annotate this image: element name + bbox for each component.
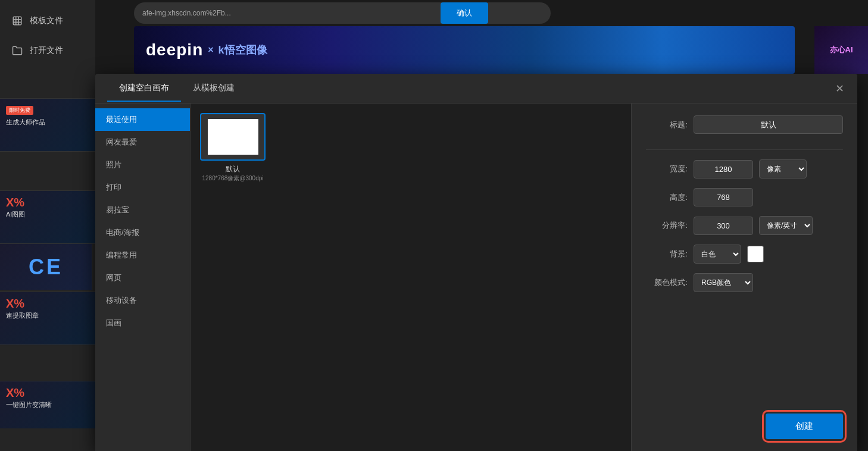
title-input[interactable] [694, 115, 843, 134]
ce-text: CE [29, 255, 63, 280]
ad2-text: AI图图 [6, 209, 89, 220]
sidebar-item-template[interactable]: 模板文件 [0, 6, 95, 36]
category-item-painting[interactable]: 国画 [95, 312, 190, 334]
prop-row-width: 宽度: 像素 毫米 厘米 英寸 [646, 159, 843, 178]
template-name-default: 默认 [226, 164, 240, 174]
category-item-webpage[interactable]: 网页 [95, 267, 190, 289]
template-grid: 默认 1280*768像素@300dpi [191, 104, 631, 451]
right-banner: 亦心AI [814, 26, 868, 74]
template-thumb-default[interactable] [200, 113, 266, 161]
confirm-button[interactable]: 确认 [441, 2, 488, 24]
dialog-body: 最近使用 网友最爱 照片 打印 易拉宝 电商/海报 编程常用 网页 移动设备 国… [95, 104, 857, 451]
ad1-tag: 限时免费 [6, 106, 33, 115]
banner-content: deepin × k悟空图像 [134, 40, 795, 59]
url-bar: afe-img.xhscdn.com%2Fb... [134, 2, 551, 24]
prop-row-height: 高度: [646, 188, 843, 206]
template-file-label: 模板文件 [30, 15, 63, 26]
banner-partner-text: k悟空图像 [218, 43, 267, 57]
category-item-favorites[interactable]: 网友最爱 [95, 131, 190, 154]
width-unit-select[interactable]: 像素 毫米 厘米 英寸 [759, 159, 807, 178]
ce-badge: CE [0, 244, 92, 290]
svg-rect-0 [13, 17, 21, 25]
height-input[interactable] [694, 188, 753, 206]
category-item-print[interactable]: 打印 [95, 176, 190, 199]
tab-blank-canvas[interactable]: 创建空白画布 [107, 76, 181, 102]
ad3-percent: X% [6, 297, 89, 311]
category-list: 最近使用 网友最爱 照片 打印 易拉宝 电商/海报 编程常用 网页 移动设备 国… [95, 104, 191, 451]
width-input[interactable] [694, 160, 753, 178]
bg-label: 背景: [646, 249, 688, 259]
resolution-input[interactable] [694, 217, 753, 235]
ad3-text: 速提取图章 [6, 311, 89, 321]
create-button[interactable]: 创建 [766, 414, 843, 439]
prop-row-resolution: 分辨率: 像素/英寸 像素/厘米 [646, 216, 843, 235]
resolution-unit-select[interactable]: 像素/英寸 像素/厘米 [759, 216, 813, 235]
prop-divider-1 [646, 149, 843, 150]
dialog-close-button[interactable]: ✕ [831, 80, 848, 97]
category-item-yilabao[interactable]: 易拉宝 [95, 199, 190, 221]
ad-panel-1[interactable]: 限时免费 生成大师作品 [0, 98, 95, 152]
title-label: 标题: [646, 120, 688, 130]
template-size-default: 1280*768像素@300dpi [202, 174, 263, 183]
deepin-logo: deepin × k悟空图像 [146, 40, 267, 59]
bg-select[interactable]: 白色 黑色 透明 [694, 245, 741, 264]
ad-panel-4[interactable]: X% 一键图片变清晰 [0, 381, 95, 428]
template-card-default[interactable]: 默认 1280*768像素@300dpi [200, 113, 266, 183]
banner-x-symbol: × [208, 45, 213, 55]
category-item-photo[interactable]: 照片 [95, 154, 190, 176]
prop-row-color-mode: 颜色模式: RGB颜色 CMYK颜色 灰度 [646, 273, 843, 292]
deepin-text: deepin [146, 40, 203, 59]
right-banner-text: 亦心AI [830, 45, 853, 55]
color-mode-select[interactable]: RGB颜色 CMYK颜色 灰度 [694, 273, 753, 292]
category-item-recent[interactable]: 最近使用 [95, 108, 190, 131]
dialog-header: 创建空白画布 从模板创建 ✕ [95, 74, 857, 104]
height-label: 高度: [646, 192, 688, 203]
ad2-percent: X% [6, 196, 89, 209]
resolution-label: 分辨率: [646, 220, 688, 231]
category-item-mobile[interactable]: 移动设备 [95, 289, 190, 312]
properties-panel: 标题: 宽度: 像素 毫米 厘米 英寸 高度: [631, 104, 857, 451]
create-dialog: 创建空白画布 从模板创建 ✕ 最近使用 网友最爱 照片 打印 易拉宝 电商/海报… [95, 74, 857, 451]
width-label: 宽度: [646, 164, 688, 174]
bg-color-swatch[interactable] [747, 246, 764, 262]
sidebar-item-open[interactable]: 打开文件 [0, 36, 95, 65]
tab-from-template[interactable]: 从模板创建 [181, 76, 246, 102]
ad1-text: 生成大师作品 [6, 117, 89, 127]
category-item-ecommerce[interactable]: 电商/海报 [95, 221, 190, 244]
create-btn-area: 创建 [646, 402, 843, 439]
ad-panel-3[interactable]: X% 速提取图章 [0, 292, 95, 345]
top-banner: deepin × k悟空图像 [134, 26, 795, 74]
open-file-icon [11, 44, 24, 57]
prop-row-background: 背景: 白色 黑色 透明 [646, 245, 843, 264]
ad-panel-2[interactable]: X% AI图图 [0, 190, 95, 244]
category-item-programming[interactable]: 编程常用 [95, 244, 190, 267]
template-thumb-inner [208, 119, 258, 155]
color-mode-label: 颜色模式: [646, 277, 688, 288]
ad4-text: 一键图片变清晰 [6, 400, 89, 410]
ad4-percent: X% [6, 386, 89, 400]
template-file-icon [11, 14, 24, 27]
prop-row-title: 标题: [646, 115, 843, 134]
open-file-label: 打开文件 [30, 45, 63, 56]
